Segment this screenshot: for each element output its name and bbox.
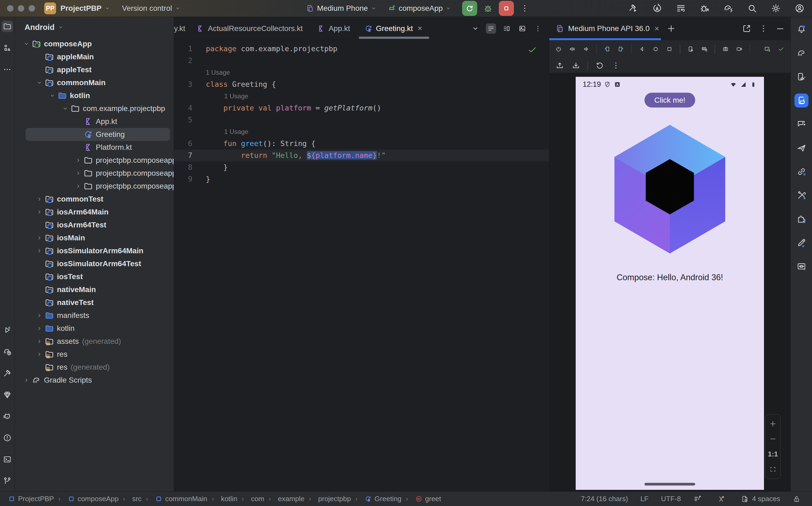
emulator-screen[interactable]: 12:19 Click me! bbox=[576, 77, 764, 490]
device-settings-icon[interactable] bbox=[687, 45, 694, 54]
running-devices-icon[interactable] bbox=[795, 93, 809, 107]
gradle-elephant-icon[interactable] bbox=[795, 46, 809, 60]
editor-tab[interactable]: y.kt bbox=[174, 17, 189, 40]
tree-item[interactable]: nativeTest bbox=[15, 296, 174, 309]
rerun-button[interactable] bbox=[462, 1, 477, 16]
tree-item[interactable]: iosArm64Test bbox=[15, 219, 174, 232]
plane-icon[interactable] bbox=[795, 141, 809, 155]
close-icon[interactable]: × bbox=[416, 25, 424, 32]
status-widget[interactable]: UTF-8 bbox=[661, 495, 681, 503]
status-widget[interactable] bbox=[693, 495, 704, 503]
run-play-icon[interactable] bbox=[2, 324, 13, 336]
tree-item[interactable]: appleMain bbox=[15, 51, 174, 63]
project-selector[interactable]: ProjectPBP bbox=[60, 4, 110, 13]
gradle-upload-icon[interactable] bbox=[2, 346, 13, 357]
hammer-run-icon[interactable] bbox=[628, 3, 639, 14]
zoom-out-icon[interactable] bbox=[769, 435, 777, 443]
power-icon[interactable] bbox=[555, 45, 562, 54]
breadcrumb-item[interactable]: src bbox=[119, 495, 141, 503]
code-line[interactable]: 4 private val platform = getPlatform() bbox=[174, 102, 549, 114]
breadcrumb-item[interactable]: kotlin bbox=[207, 495, 237, 503]
build-hammer-icon[interactable] bbox=[2, 367, 13, 379]
status-widget[interactable]: LF bbox=[640, 495, 649, 503]
stop-button[interactable] bbox=[499, 1, 514, 16]
user-avatar-icon[interactable] bbox=[794, 3, 805, 14]
structure-icon[interactable] bbox=[2, 42, 13, 54]
code-editor[interactable]: 1package com.example.projectpbp21 Usage3… bbox=[174, 40, 549, 492]
tree-item[interactable]: manifests bbox=[15, 309, 174, 322]
split-view-icon[interactable] bbox=[501, 23, 512, 34]
screenshot-icon[interactable] bbox=[722, 45, 729, 54]
window-close-button[interactable] bbox=[7, 5, 13, 12]
debug-button[interactable] bbox=[483, 3, 493, 14]
gem-icon[interactable] bbox=[2, 389, 13, 400]
nav-home-icon[interactable] bbox=[652, 45, 659, 54]
breadcrumb-item[interactable]: example bbox=[264, 495, 304, 503]
kebab-icon[interactable] bbox=[533, 23, 543, 34]
tree-item[interactable]: res bbox=[15, 348, 174, 361]
usage-hint[interactable]: 1 Usage bbox=[174, 67, 549, 78]
tree-item[interactable]: assets (generated) bbox=[15, 335, 174, 348]
problems-icon[interactable] bbox=[2, 432, 13, 443]
breadcrumb-item[interactable]: commonMain bbox=[142, 495, 207, 503]
chevron-down-icon[interactable] bbox=[470, 23, 480, 34]
tree-item[interactable]: Greeting bbox=[26, 128, 170, 141]
download-icon[interactable] bbox=[571, 61, 581, 70]
eye-window-icon[interactable] bbox=[795, 259, 809, 273]
tree-item[interactable]: projectpbp.composeapp.gene bbox=[15, 180, 174, 193]
code-line[interactable]: 6 fun greet(): String { bbox=[174, 138, 549, 150]
task-list-icon[interactable] bbox=[676, 3, 686, 14]
click-me-button[interactable]: Click me! bbox=[645, 93, 695, 107]
terminal-icon[interactable] bbox=[2, 454, 13, 465]
code-line[interactable]: 1package com.example.projectpbp bbox=[174, 43, 549, 55]
tree-item[interactable]: projectpbp.composeapp.gene bbox=[15, 154, 174, 167]
nav-overview-icon[interactable] bbox=[666, 45, 673, 54]
code-line[interactable]: 5 bbox=[174, 114, 549, 126]
more-actions-icon[interactable] bbox=[520, 3, 530, 13]
breadcrumb-item[interactable]: com bbox=[238, 495, 264, 503]
device-tab-title[interactable]: Medium Phone API 36.0 bbox=[568, 24, 650, 33]
code-view-icon[interactable] bbox=[486, 23, 496, 34]
project-folder-icon[interactable] bbox=[2, 21, 13, 32]
sync-a-icon[interactable] bbox=[652, 3, 663, 14]
tree-item[interactable]: com.example.projectpbp bbox=[15, 102, 174, 115]
editor-tab[interactable]: App.kt bbox=[310, 17, 357, 40]
minimize-icon[interactable] bbox=[775, 24, 785, 33]
usage-hint[interactable]: 1 Usage bbox=[174, 126, 549, 138]
kebab-icon[interactable] bbox=[759, 24, 768, 33]
bug-attach-icon[interactable] bbox=[699, 3, 710, 14]
search-icon[interactable] bbox=[747, 3, 757, 14]
logcat-cat-icon[interactable] bbox=[2, 411, 13, 422]
rotate-left-icon[interactable] bbox=[604, 45, 610, 54]
status-check-icon[interactable] bbox=[778, 45, 785, 54]
gesture-nav-bar[interactable] bbox=[645, 483, 695, 486]
preview-view-icon[interactable] bbox=[517, 23, 527, 34]
code-line[interactable]: 7 return "Hello, ${platform.name}!" bbox=[174, 150, 549, 161]
tools-icon[interactable] bbox=[795, 188, 809, 202]
link-icon[interactable] bbox=[795, 165, 809, 179]
device-selector[interactable]: Medium Phone bbox=[306, 4, 376, 13]
code-line[interactable]: 8 } bbox=[174, 161, 549, 173]
project-view-selector[interactable]: Android bbox=[15, 17, 174, 37]
tree-item[interactable]: Platform.kt bbox=[15, 141, 174, 154]
breadcrumb-item[interactable]: composeApp bbox=[54, 495, 119, 503]
tree-item[interactable]: appleTest bbox=[15, 63, 174, 76]
tree-item[interactable]: nativeMain bbox=[15, 283, 174, 296]
add-device-tab-icon[interactable] bbox=[666, 24, 676, 33]
tree-item[interactable]: commonTest bbox=[15, 193, 174, 205]
tree-item[interactable]: kotlin bbox=[15, 89, 174, 102]
status-widget[interactable] bbox=[717, 495, 728, 503]
zoom-in-icon[interactable] bbox=[769, 420, 777, 428]
editor-tab[interactable]: ActualResourceCollectors.kt bbox=[189, 17, 310, 40]
bell-icon[interactable] bbox=[795, 22, 809, 36]
window-zoom-button[interactable] bbox=[28, 5, 35, 12]
tree-item[interactable]: iosArm64Main bbox=[15, 205, 174, 219]
zoom-ratio-button[interactable]: 1:1 bbox=[768, 450, 778, 458]
status-widget[interactable] bbox=[793, 495, 804, 503]
virtual-keyboard-icon[interactable] bbox=[701, 45, 708, 54]
gradle-sync-icon[interactable] bbox=[723, 3, 734, 14]
status-widget[interactable]: 4 spaces bbox=[741, 495, 780, 503]
tree-item[interactable]: projectpbp.composeapp.gene bbox=[15, 167, 174, 180]
close-icon[interactable]: × bbox=[655, 24, 659, 33]
tree-item[interactable]: commonMain bbox=[15, 76, 174, 89]
